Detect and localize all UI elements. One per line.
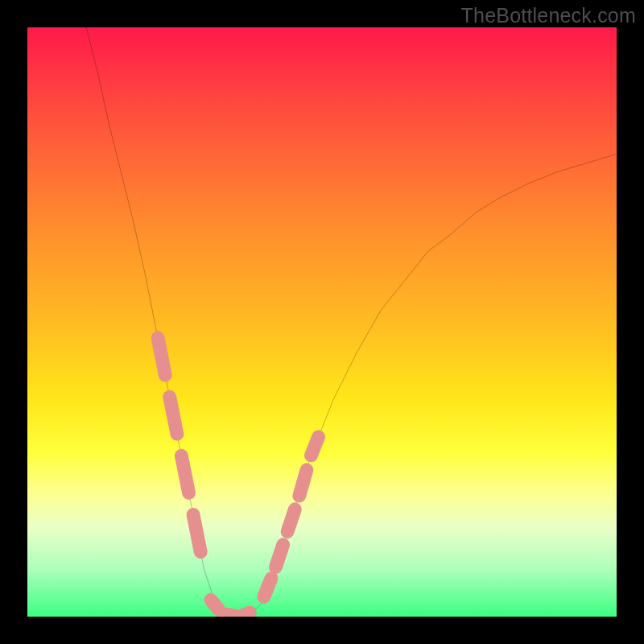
- highlight-dash: [223, 614, 234, 616]
- highlight-dash: [287, 510, 295, 532]
- curve-line: [86, 27, 617, 617]
- highlight-dash: [311, 437, 318, 456]
- highlight-group: [158, 338, 319, 617]
- chart-frame: TheBottleneck.com: [0, 0, 644, 644]
- highlight-dash: [181, 456, 188, 493]
- highlight-dash: [158, 338, 165, 375]
- highlight-dash: [299, 470, 307, 496]
- highlight-dash: [275, 545, 283, 568]
- highlight-dash: [264, 578, 271, 597]
- highlight-dash: [211, 600, 218, 609]
- plot-area: [27, 27, 617, 617]
- chart-svg: [27, 27, 617, 617]
- highlight-dash: [241, 613, 250, 617]
- highlight-dash: [193, 514, 200, 551]
- watermark: TheBottleneck.com: [461, 4, 636, 27]
- highlight-dash: [170, 397, 177, 434]
